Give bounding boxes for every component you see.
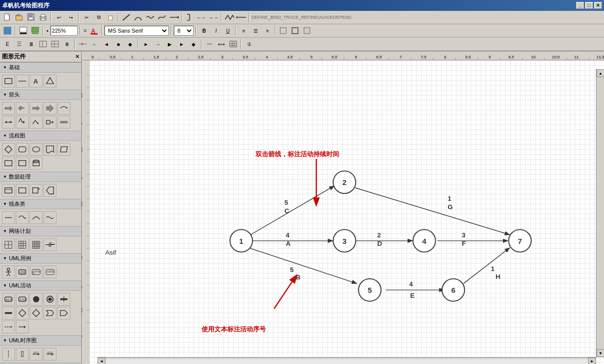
print-button[interactable] — [38, 12, 49, 23]
zoom-input[interactable]: 225% — [50, 26, 78, 36]
italic-button[interactable]: I — [210, 25, 221, 36]
section-uml-usecase[interactable]: ▼ UML用例 — [0, 253, 81, 264]
tool-doc[interactable] — [44, 143, 56, 156]
tb3-b9[interactable]: ◄ — [101, 39, 112, 49]
align-center-btn[interactable]: ☰ — [250, 25, 261, 36]
tb3-b7[interactable] — [77, 39, 88, 49]
tool-arrow4[interactable] — [44, 102, 56, 115]
scroll-left-button[interactable]: ◄ — [98, 358, 105, 364]
bracket-tool[interactable] — [184, 12, 195, 23]
tb3-b16[interactable]: ◆ — [188, 39, 199, 49]
tb3-b13[interactable]: → — [152, 39, 163, 49]
tb3-b4[interactable] — [38, 39, 49, 49]
tool-dp1[interactable] — [2, 184, 15, 197]
tb3-b5[interactable] — [50, 39, 60, 49]
arrow-left-double[interactable]: ←← — [196, 12, 207, 23]
align-left-btn[interactable]: ≡ — [238, 25, 249, 36]
tool-arrow6[interactable] — [2, 116, 15, 129]
tool-uses[interactable]: «USES» — [44, 266, 56, 278]
tool-arrow7[interactable] — [16, 116, 29, 129]
maximize-button[interactable]: □ — [585, 2, 593, 9]
tool-action[interactable]: ACTION — [2, 293, 15, 306]
box1-btn[interactable] — [278, 25, 289, 36]
tb3-b3[interactable]: ≣ — [26, 39, 37, 49]
section-uml-sequence[interactable]: ▼ UML时序图 — [0, 335, 81, 346]
tool-line3[interactable] — [30, 211, 43, 224]
tool-msg2[interactable]: MSG — [44, 348, 56, 361]
copy-button[interactable]: ⧉ — [93, 12, 104, 23]
tool-sync[interactable] — [57, 293, 70, 306]
scroll-right-button[interactable]: ► — [588, 358, 596, 364]
bold-button[interactable]: B — [199, 25, 209, 36]
paste-button[interactable]: 📋 — [105, 12, 116, 23]
tool-arrow2[interactable] — [16, 102, 29, 115]
new-button[interactable] — [2, 12, 13, 23]
tool-diamond[interactable] — [16, 75, 29, 88]
tool-para[interactable] — [57, 143, 70, 156]
double-arrow-tool[interactable] — [236, 12, 247, 23]
font-family-select[interactable]: MS Sans Serif — [104, 26, 169, 36]
tool-arrow10[interactable] — [57, 116, 70, 129]
tb3-help[interactable]: ① — [244, 39, 254, 49]
canvas-area[interactable]: 0 0.5 1 1.5 2 2.5 3 3.5 4 — [82, 51, 604, 364]
cut-button[interactable]: ✂ — [81, 12, 92, 23]
tb3-b15[interactable]: ► — [176, 39, 187, 49]
box3-btn[interactable] — [302, 25, 312, 36]
tool-state[interactable]: STATE — [16, 293, 29, 306]
tool-end[interactable] — [44, 293, 56, 306]
tool-line2[interactable] — [16, 211, 29, 224]
tool-rect[interactable] — [2, 75, 15, 88]
tool-decision2[interactable] — [16, 307, 29, 319]
tool-arrow-right[interactable] — [16, 320, 29, 333]
tool-extends[interactable]: «EXTENDS» — [30, 266, 43, 278]
minimize-button[interactable]: _ — [576, 2, 584, 9]
tool-dp4[interactable] — [44, 184, 56, 197]
color-picker[interactable] — [2, 25, 13, 36]
save-button[interactable] — [26, 12, 37, 23]
tb3-b6[interactable]: Ⅲ — [61, 39, 72, 49]
tool-dotline[interactable] — [2, 320, 15, 333]
underline-button[interactable]: U — [222, 25, 233, 36]
tool-line1[interactable] — [2, 211, 15, 224]
align-right-btn[interactable]: ≡ — [262, 25, 273, 36]
zigzag-tool[interactable] — [224, 12, 235, 23]
arrow-right-double[interactable]: →→ — [208, 12, 219, 23]
line-color-btn[interactable] — [18, 25, 29, 36]
arc-tool[interactable] — [133, 12, 144, 23]
tool-actor[interactable] — [2, 266, 15, 278]
tool-arrow8[interactable] — [30, 116, 43, 129]
panel-close-button[interactable]: ✕ — [75, 54, 79, 59]
tb3-b2[interactable]: 三 — [14, 39, 25, 49]
tb3-b17[interactable]: 〰 — [204, 39, 215, 49]
tool-circle[interactable] — [30, 143, 43, 156]
tool-net1[interactable] — [2, 238, 15, 251]
section-arrows[interactable]: ▼ 箭头 — [0, 90, 81, 100]
scrollbar-vertical[interactable]: ▲ ▼ — [596, 69, 604, 357]
tool-receive[interactable] — [57, 307, 70, 319]
tool-start[interactable] — [30, 293, 43, 306]
tool-dp3[interactable] — [30, 184, 43, 197]
text-color-btn[interactable]: A — [89, 25, 100, 36]
section-flowchart[interactable]: ▼ 流程图 — [0, 131, 81, 141]
tb3-b10[interactable]: ■ — [113, 39, 124, 49]
tb3-b14[interactable]: ▶ — [164, 39, 175, 49]
tool-arrow3[interactable] — [30, 102, 43, 115]
tool-net2[interactable] — [16, 238, 29, 251]
tool-usecase-oval[interactable]: USE — [16, 266, 29, 278]
window-controls[interactable]: _ □ ✕ — [576, 2, 602, 9]
wave-tool[interactable] — [145, 12, 155, 23]
scroll-up-button[interactable]: ▲ — [597, 69, 604, 77]
scrollbar-horizontal[interactable]: ◄ ► — [98, 357, 596, 364]
tool-msg1[interactable]: MSG — [30, 348, 43, 361]
section-lines[interactable]: ▼ 线条类 — [0, 199, 81, 209]
tool-arrow9[interactable] — [44, 116, 56, 129]
tool-activation[interactable] — [16, 348, 29, 361]
redo-button[interactable]: ↪ — [65, 12, 76, 23]
arrow-right-tool[interactable] — [168, 12, 179, 23]
tool-roundrect[interactable] — [16, 143, 29, 156]
tb3-b18[interactable]: ⟺ — [216, 39, 227, 49]
undo-button[interactable]: ↩ — [53, 12, 64, 23]
fill-color-btn[interactable] — [30, 25, 41, 36]
canvas-content[interactable]: 5 C 4 A 5 B 1 G 2 D 3 — [90, 60, 604, 364]
tool-arrow5[interactable] — [57, 102, 70, 115]
